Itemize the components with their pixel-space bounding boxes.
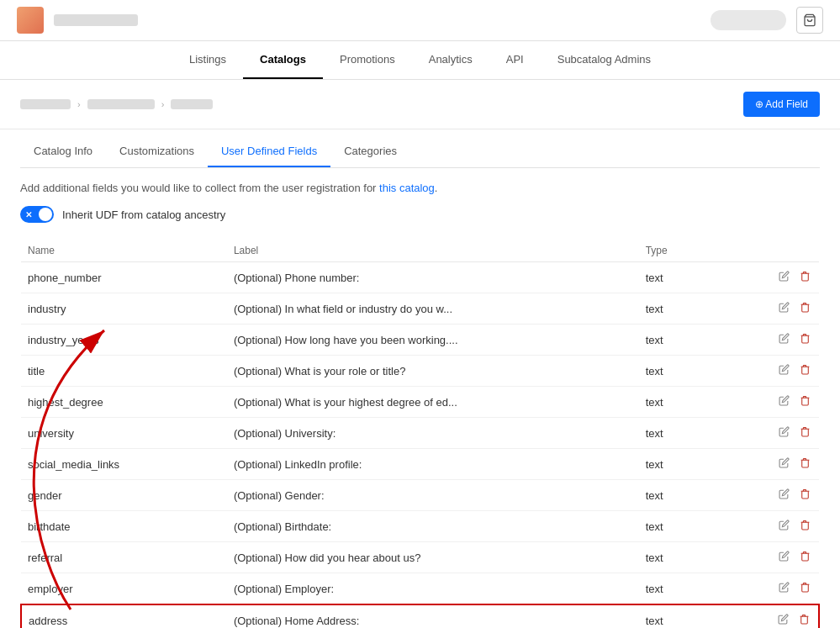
- breadcrumb-part2: [87, 99, 155, 109]
- field-type: text: [639, 356, 742, 387]
- tabs: Catalog Info Customizations User Defined…: [20, 129, 820, 168]
- col-header-name: Name: [21, 240, 227, 262]
- field-label: (Optional) How did you hear about us?: [227, 542, 639, 573]
- table-row: employer(Optional) Employer:text: [21, 573, 819, 605]
- user-pill: [711, 10, 786, 30]
- field-name: address: [21, 604, 227, 628]
- field-actions: [742, 480, 819, 511]
- nav-listings[interactable]: Listings: [172, 41, 243, 79]
- table-body: phone_number(Optional) Phone number:text…: [21, 262, 819, 629]
- table-row: address(Optional) Home Address:text: [21, 604, 819, 628]
- col-header-type: Type: [639, 240, 742, 262]
- nav-analytics[interactable]: Analytics: [412, 41, 489, 79]
- field-actions: [742, 542, 819, 573]
- toggle-label: Inherit UDF from catalog ancestry: [62, 208, 225, 221]
- edit-field-button[interactable]: [777, 518, 791, 535]
- edit-field-button[interactable]: [777, 300, 791, 317]
- edit-field-button[interactable]: [776, 612, 790, 628]
- field-actions: [742, 356, 819, 387]
- nav-bar: Listings Catalogs Promotions Analytics A…: [0, 41, 840, 80]
- tab-categories[interactable]: Categories: [330, 136, 410, 167]
- table-row: title(Optional) What is your role or tit…: [21, 356, 819, 387]
- nav-promotions[interactable]: Promotions: [323, 41, 412, 79]
- field-name: highest_degree: [21, 387, 227, 418]
- tab-content: Add additional fields you would like to …: [20, 168, 820, 628]
- field-name: gender: [21, 480, 227, 511]
- table-row: birthdate(Optional) Birthdate:text: [21, 511, 819, 542]
- table-row: university(Optional) University:text: [21, 418, 819, 449]
- toggle-x-icon: ✕: [25, 210, 32, 219]
- nav-api[interactable]: API: [489, 41, 541, 79]
- field-label: (Optional) LinkedIn profile:: [227, 449, 639, 480]
- field-actions: [742, 325, 819, 356]
- edit-field-button[interactable]: [777, 456, 791, 472]
- delete-field-button[interactable]: [798, 456, 812, 472]
- col-header-actions: [742, 240, 819, 262]
- tab-user-defined-fields[interactable]: User Defined Fields: [208, 136, 330, 167]
- nav-subcatalog-admins[interactable]: Subcatalog Admins: [541, 41, 668, 79]
- edit-field-button[interactable]: [777, 362, 791, 379]
- field-label: (Optional) How long have you been workin…: [227, 325, 639, 356]
- field-type: text: [639, 262, 742, 293]
- nav-catalogs[interactable]: Catalogs: [243, 41, 323, 79]
- field-label: (Optional) Phone number:: [227, 262, 639, 293]
- edit-field-button[interactable]: [777, 549, 791, 566]
- delete-field-button[interactable]: [798, 518, 812, 535]
- delete-field-button[interactable]: [798, 487, 812, 504]
- field-name: social_media_links: [21, 449, 227, 480]
- table-row: social_media_links(Optional) LinkedIn pr…: [21, 449, 819, 480]
- delete-field-button[interactable]: [798, 269, 812, 286]
- add-field-button[interactable]: ⊕ Add Field: [743, 92, 820, 117]
- field-name: industry_years: [21, 325, 227, 356]
- edit-field-button[interactable]: [777, 425, 791, 441]
- field-label: (Optional) What is your role or title?: [227, 356, 639, 387]
- toggle-row: ✕ Inherit UDF from catalog ancestry: [20, 206, 820, 223]
- field-name: title: [21, 356, 227, 387]
- edit-field-button[interactable]: [777, 269, 791, 286]
- delete-field-button[interactable]: [798, 362, 812, 379]
- field-label: (Optional) Home Address:: [227, 604, 639, 628]
- field-type: text: [639, 511, 742, 542]
- description-link[interactable]: this catalog: [379, 182, 435, 194]
- edit-field-button[interactable]: [777, 580, 791, 597]
- col-header-label: Label: [227, 240, 639, 262]
- delete-field-button[interactable]: [798, 425, 812, 441]
- field-name: birthdate: [21, 511, 227, 542]
- delete-field-button[interactable]: [798, 549, 812, 566]
- field-actions: [742, 449, 819, 480]
- edit-field-button[interactable]: [777, 331, 791, 348]
- delete-field-button[interactable]: [798, 393, 812, 410]
- table-row: phone_number(Optional) Phone number:text: [21, 262, 819, 293]
- delete-field-button[interactable]: [798, 331, 812, 348]
- field-actions: [742, 511, 819, 542]
- delete-field-button[interactable]: [797, 612, 811, 628]
- logo-avatar: [17, 7, 44, 34]
- edit-field-button[interactable]: [777, 487, 791, 504]
- table-container: Name Label Type phone_number(Optional) P…: [20, 240, 820, 628]
- table-row: industry(Optional) In what field or indu…: [21, 293, 819, 325]
- tab-customizations[interactable]: Customizations: [106, 136, 208, 167]
- field-name: employer: [21, 573, 227, 605]
- tab-catalog-info[interactable]: Catalog Info: [20, 136, 106, 167]
- field-type: text: [639, 325, 742, 356]
- field-type: text: [639, 573, 742, 605]
- cart-icon[interactable]: [796, 7, 823, 34]
- page-header: › › ⊕ Add Field: [0, 80, 840, 129]
- edit-field-button[interactable]: [777, 393, 791, 410]
- field-type: text: [639, 418, 742, 449]
- field-actions: [742, 573, 819, 605]
- field-label: (Optional) Employer:: [227, 573, 639, 605]
- table-row: gender(Optional) Gender:text: [21, 480, 819, 511]
- field-label: (Optional) In what field or industry do …: [227, 293, 639, 325]
- delete-field-button[interactable]: [798, 580, 812, 597]
- description-text: Add additional fields you would like to …: [20, 182, 820, 194]
- field-type: text: [639, 604, 742, 628]
- top-bar: [0, 0, 840, 41]
- field-actions: [742, 293, 819, 325]
- breadcrumb-sep1: ›: [77, 99, 81, 109]
- field-label: (Optional) Gender:: [227, 480, 639, 511]
- field-label: (Optional) Birthdate:: [227, 511, 639, 542]
- inherit-udf-toggle[interactable]: ✕: [20, 206, 54, 223]
- delete-field-button[interactable]: [798, 300, 812, 317]
- fields-table: Name Label Type phone_number(Optional) P…: [20, 240, 820, 628]
